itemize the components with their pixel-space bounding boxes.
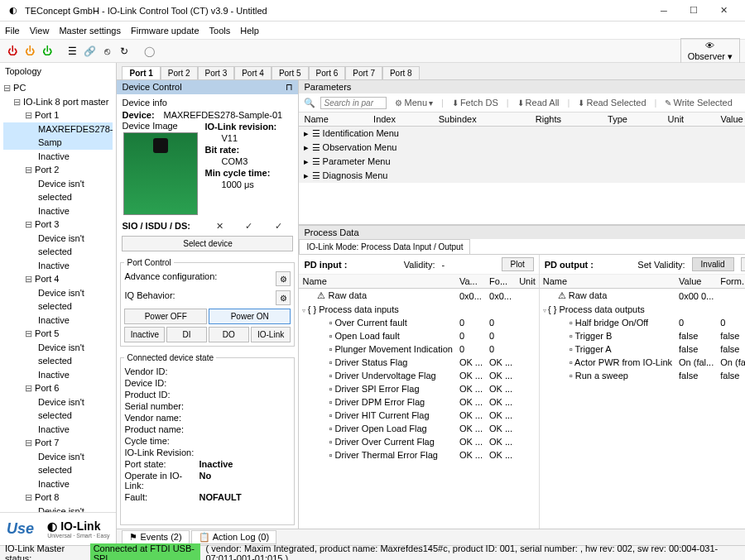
tree-item[interactable]: Inactive bbox=[3, 259, 113, 273]
pd-output-row[interactable]: ▫ Half bridge On/Off00 bbox=[540, 316, 745, 329]
param-row[interactable]: ▸ ☰ Parameter Menu bbox=[299, 155, 745, 169]
status-value: Connected at FTDI USB-SPI bbox=[90, 543, 201, 561]
tree-item[interactable]: Device isn't selected bbox=[3, 286, 113, 314]
tree-master[interactable]: IO-Link 8 port master bbox=[3, 95, 113, 109]
read-all-button[interactable]: ⬇ Read All bbox=[514, 96, 563, 109]
menu-file[interactable]: File bbox=[5, 26, 20, 36]
power-off-button[interactable]: Power OFF bbox=[124, 309, 207, 324]
tree-item[interactable]: Device isn't selected bbox=[3, 505, 113, 513]
port-tab[interactable]: Port 2 bbox=[161, 66, 198, 79]
fetch-ds-button[interactable]: ⬇ Fetch DS bbox=[449, 96, 502, 109]
select-device-button[interactable]: Select device bbox=[122, 236, 293, 251]
toolbar-power-orange-icon[interactable]: ⏻ bbox=[22, 44, 37, 59]
toolbar-usb-icon[interactable]: ⎋ bbox=[99, 44, 114, 59]
menu-master-settings[interactable]: Master settings bbox=[59, 26, 121, 36]
toolbar-power-green-icon[interactable]: ⏻ bbox=[40, 44, 55, 59]
port-tab[interactable]: Port 1 bbox=[122, 66, 160, 79]
param-row[interactable]: ▸ ☰ Observation Menu bbox=[299, 141, 745, 155]
pd-output-row[interactable]: ▫ Run a sweepfalsefalse bbox=[540, 369, 745, 382]
port-tab[interactable]: Port 7 bbox=[345, 66, 382, 79]
port-tabs: Port 1Port 2Port 3Port 4Port 5Port 6Port… bbox=[117, 63, 745, 79]
tree-item[interactable]: Inactive bbox=[3, 150, 113, 164]
port-tab[interactable]: Port 8 bbox=[382, 66, 420, 79]
invalid-button[interactable]: Invalid bbox=[692, 257, 734, 271]
toolbar-refresh-icon[interactable]: ↻ bbox=[117, 44, 132, 59]
tree-item[interactable]: Inactive bbox=[3, 423, 113, 437]
search-icon: 🔍 bbox=[304, 98, 315, 108]
plot-button[interactable]: Plot bbox=[502, 257, 534, 271]
tree-port[interactable]: Port 4 bbox=[3, 272, 113, 286]
iolink-button[interactable]: IO-Link bbox=[251, 327, 291, 342]
pd-mode-tab[interactable]: IO-Link Mode: Process Data Input / Outpu… bbox=[299, 239, 470, 254]
observer-toggle[interactable]: 👁 Observer ▾ bbox=[680, 38, 740, 63]
window-title: TEConcept GmbH - IO-Link Control Tool (C… bbox=[25, 6, 649, 16]
tree-port[interactable]: Port 6 bbox=[3, 381, 113, 395]
minimize-button[interactable]: ─ bbox=[649, 0, 679, 22]
tree-item[interactable]: MAXREFDES278-Samp bbox=[3, 122, 113, 150]
toolbar-link-icon[interactable]: 🔗 bbox=[82, 44, 97, 59]
action-log-tab[interactable]: 📋 Action Log (0) bbox=[191, 530, 276, 544]
tree-port[interactable]: Port 5 bbox=[3, 327, 113, 341]
tree-port[interactable]: Port 8 bbox=[3, 491, 113, 505]
iq-behavior-gear-icon[interactable]: ⚙ bbox=[276, 290, 291, 305]
tree-item[interactable]: Inactive bbox=[3, 477, 113, 491]
maximize-button[interactable]: ☐ bbox=[679, 0, 709, 22]
pd-input-row[interactable]: ▫ Driver Over Current FlagOK ...OK ... bbox=[299, 435, 538, 448]
pd-input-row[interactable]: ▫ Driver Undervoltage FlagOK ...OK ... bbox=[299, 369, 538, 382]
tree-port[interactable]: Port 1 bbox=[3, 108, 113, 122]
toolbar-tree-icon[interactable]: ☰ bbox=[65, 44, 79, 59]
port-tab[interactable]: Port 5 bbox=[272, 66, 309, 79]
tree-port[interactable]: Port 2 bbox=[3, 163, 113, 177]
menu-tools[interactable]: Tools bbox=[209, 26, 231, 36]
tree-item[interactable]: Device isn't selected bbox=[3, 177, 113, 204]
tree-item[interactable]: Device isn't selected bbox=[3, 232, 113, 259]
tree-item[interactable]: Inactive bbox=[3, 368, 113, 382]
tree-port[interactable]: Port 3 bbox=[3, 218, 113, 232]
port-tab[interactable]: Port 3 bbox=[198, 66, 235, 79]
param-row[interactable]: ▸ ☰ Diagnosis Menu bbox=[299, 169, 745, 183]
menu-firmware-update[interactable]: Firmware update bbox=[131, 26, 199, 36]
app-icon: ◐ bbox=[7, 4, 20, 17]
pd-input-row[interactable]: ▫ Over Current fault00 bbox=[299, 316, 538, 329]
do-button[interactable]: DO bbox=[209, 327, 249, 342]
pd-input-row[interactable]: ▫ Driver DPM Error FlagOK ...OK ... bbox=[299, 395, 538, 409]
close-button[interactable]: ✕ bbox=[709, 0, 738, 22]
menu-button[interactable]: ⚙ Menu ▾ bbox=[392, 96, 436, 109]
tree-root[interactable]: PC bbox=[3, 81, 113, 95]
pd-input-row[interactable]: ▫ Driver Open Load FlagOK ...OK ... bbox=[299, 422, 538, 435]
menu-view[interactable]: View bbox=[30, 26, 50, 36]
toolbar-circle-icon[interactable]: ◯ bbox=[142, 44, 156, 59]
pd-input-row[interactable]: ▫ Plunger Movement Indication00 bbox=[299, 342, 538, 356]
port-tab[interactable]: Port 6 bbox=[309, 66, 346, 79]
pd-input-row[interactable]: ▫ Open Load fault00 bbox=[299, 329, 538, 342]
pd-input-row[interactable]: ▫ Driver SPI Error FlagOK ...OK ... bbox=[299, 382, 538, 395]
pd-output-row[interactable]: ▫ Trigger Afalsefalse bbox=[540, 342, 745, 356]
read-selected-button[interactable]: ⬇ Read Selected bbox=[574, 96, 649, 109]
pin-icon[interactable]: ⊓ bbox=[286, 82, 293, 93]
tree-item[interactable]: Inactive bbox=[3, 314, 113, 328]
pd-input-row[interactable]: ▫ Driver Status FlagOK ...OK ... bbox=[299, 356, 538, 369]
param-row[interactable]: ▸ ☰ Identification Menu bbox=[299, 127, 745, 141]
adv-config-gear-icon[interactable]: ⚙ bbox=[276, 271, 291, 286]
port-tab[interactable]: Port 4 bbox=[234, 66, 272, 79]
toolbar-power-red-icon[interactable]: ⏻ bbox=[5, 44, 20, 59]
status-label: IO-Link Master status: bbox=[5, 543, 85, 561]
write-selected-button[interactable]: ✎ Write Selected bbox=[661, 96, 735, 109]
tree-item[interactable]: Inactive bbox=[3, 204, 113, 218]
device-image-label: Device Image bbox=[122, 121, 199, 131]
inactive-button[interactable]: Inactive bbox=[124, 327, 165, 342]
tree-item[interactable]: Device isn't selected bbox=[3, 341, 113, 368]
pd-input-row[interactable]: ▫ Driver Thermal Error FlagOK ...OK ... bbox=[299, 448, 538, 462]
di-button[interactable]: DI bbox=[166, 327, 207, 342]
pd-output-row[interactable]: ▫ Trigger Bfalsefalse bbox=[540, 329, 745, 342]
search-input[interactable] bbox=[320, 97, 387, 109]
tree-item[interactable]: Device isn't selected bbox=[3, 395, 113, 423]
menu-help[interactable]: Help bbox=[240, 26, 259, 36]
power-on-button[interactable]: Power ON bbox=[209, 309, 291, 324]
tree-item[interactable]: Device isn't selected bbox=[3, 450, 113, 477]
tree-port[interactable]: Port 7 bbox=[3, 436, 113, 450]
pd-input-row[interactable]: ▫ Driver HIT Current FlagOK ...OK ... bbox=[299, 409, 538, 422]
events-tab[interactable]: ⚑ Events (2) bbox=[122, 530, 189, 544]
valid-button[interactable]: Valid bbox=[741, 257, 746, 271]
pd-output-row[interactable]: ▫ Actor PWR from IO-LinkOn (fal...On (fa… bbox=[540, 356, 745, 369]
